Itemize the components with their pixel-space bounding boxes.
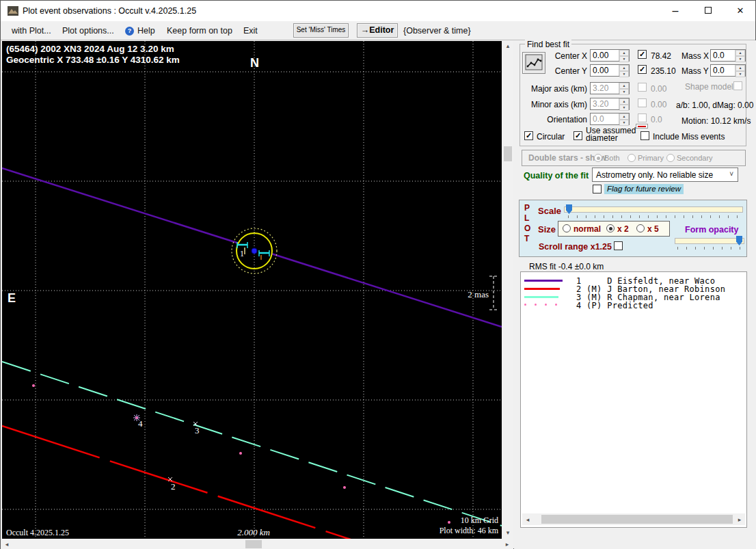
fit-x-checkbox[interactable]: ✓ — [638, 50, 647, 59]
chord1-swatch — [524, 280, 563, 282]
size-x5-label: x 5 — [647, 224, 659, 234]
mass-y-spinner[interactable]: 0.0▲▼ — [710, 64, 746, 77]
opacity-slider[interactable] — [675, 238, 744, 244]
include-miss-label: Include Miss events — [653, 132, 725, 142]
chord2-swatch — [524, 288, 560, 290]
major-unc-value: 0.00 — [651, 84, 666, 94]
scroll-range-label: Scroll range x1.25 — [539, 242, 612, 252]
app-window: Plot event observations : Occult v.4.202… — [0, 0, 756, 549]
center-y-label: Center Y — [527, 66, 587, 76]
scroll-right-icon[interactable]: ▸ — [504, 541, 511, 548]
km-scale-label: 2.000 km — [237, 527, 270, 537]
double-primary-label: Primary — [638, 154, 664, 162]
chord3-swatch — [524, 296, 558, 298]
plot-letter-l: L — [524, 213, 529, 223]
east-label: E — [8, 291, 16, 305]
ab-dmag-label: a/b: 1.00, dMag: 0.00 — [676, 101, 753, 110]
major-axis-label: Major axis (km) — [522, 84, 587, 94]
orient-unc-value: 0.0 — [651, 115, 662, 124]
line-color-swatch — [636, 124, 648, 129]
center-x-label: Center X — [527, 51, 587, 61]
form-opacity-label: Form opacity — [685, 225, 739, 235]
size-x5-radio[interactable] — [636, 224, 645, 232]
plot-version-label: Occult 4.2025.1.25 — [6, 528, 69, 537]
plot-vscrollbar[interactable]: ▴ ▾ — [502, 41, 513, 539]
scroll-up-icon[interactable]: ▴ — [502, 42, 513, 49]
mas-scale-label: 2 mas — [468, 289, 489, 299]
mass-x-spinner[interactable]: 0.0▲▼ — [710, 49, 746, 62]
rate-y-value: 235.10 — [651, 66, 676, 76]
close-button[interactable]: ✕ — [725, 1, 756, 21]
legend-hscrollbar[interactable]: ◂ ▸ — [522, 513, 745, 525]
chord3-label: 3 — [195, 425, 200, 436]
center-x-spinner[interactable]: 0.00▲▼ — [590, 49, 630, 62]
legend-scroll-thumb[interactable] — [541, 515, 733, 524]
editor-button[interactable]: →Editor — [357, 23, 398, 38]
hscroll-thumb[interactable] — [245, 540, 262, 548]
scroll-left-icon[interactable]: ◂ — [524, 516, 532, 523]
observations-list[interactable]: 1 D Eisfeldt, near Waco 2 (M) J Barton, … — [520, 271, 747, 528]
spin-up-icon[interactable]: ▲ — [619, 50, 629, 56]
plot-letter-o: O — [524, 224, 530, 233]
list-item[interactable]: 4 (P) Predicted — [523, 301, 742, 310]
circular-checkbox[interactable]: ✓ — [524, 131, 533, 140]
plot-header-line1: (65464) 2002 XN3 2024 Aug 12 3.20 km — [6, 44, 174, 54]
menu-with-plot[interactable]: with Plot... — [12, 26, 51, 36]
flag-review-checkbox[interactable] — [593, 185, 602, 193]
plot-letter-p: P — [524, 203, 530, 213]
mass-y-label: Mass Y — [681, 66, 709, 76]
minor-axis-spinner: 3.20▲▼ — [590, 98, 630, 110]
scroll-left-icon[interactable]: ◂ — [3, 541, 10, 548]
major-axis-spinner: 3.20▲▼ — [590, 82, 630, 94]
set-miss-times-button[interactable]: Set 'Miss' Times — [293, 23, 349, 38]
size-normal-radio[interactable] — [563, 224, 571, 232]
scroll-right-icon[interactable]: ▸ — [735, 516, 744, 523]
size-label: Size — [538, 224, 556, 235]
rms-fit-label: RMS fit -0.4 ±0.0 km — [529, 262, 604, 271]
quality-label: Quality of the fit — [524, 171, 589, 180]
double-secondary-label: Secondary — [677, 154, 713, 162]
fit-y-checkbox[interactable]: ✓ — [638, 65, 647, 74]
double-both-label: Both — [604, 154, 620, 162]
toolbar: with Plot... Plot options... ? Help Keep… — [1, 21, 755, 40]
double-both-radio — [594, 154, 602, 162]
menu-help[interactable]: Help — [137, 26, 155, 36]
double-secondary-radio — [666, 154, 675, 162]
observer-time-label: {Observer & time} — [403, 26, 471, 36]
scale-slider[interactable] — [564, 206, 743, 213]
scroll-range-checkbox[interactable] — [614, 241, 623, 250]
minimize-button[interactable]: – — [660, 1, 691, 21]
predicted-swatch — [524, 304, 560, 306]
plot-hscrollbar[interactable]: ◂ ▸ — [1, 539, 513, 549]
center-y-spinner[interactable]: 0.00▲▼ — [590, 64, 630, 77]
menu-plot-options[interactable]: Plot options... — [62, 26, 114, 36]
circular-label: Circular — [537, 132, 565, 142]
orientation-spinner: 0.0▲▼ — [590, 113, 630, 125]
include-miss-checkbox[interactable] — [640, 131, 649, 140]
maximize-button[interactable] — [692, 1, 724, 21]
orientation-label: Orientation — [522, 115, 587, 124]
vscroll-thumb[interactable] — [504, 146, 512, 161]
chord4-label: 4 — [138, 418, 143, 429]
menu-exit[interactable]: Exit — [243, 26, 258, 36]
plot-letter-t: T — [524, 234, 529, 243]
occultation-plot[interactable]: (65464) 2002 XN3 2024 Aug 12 3.20 km Geo… — [2, 41, 502, 539]
size-x2-label: x 2 — [617, 224, 629, 234]
shape-model-label: Shape model — [685, 82, 733, 92]
minor-unc-value: 0.00 — [651, 100, 666, 109]
chord1-label: 1 — [240, 249, 244, 258]
rate-x-value: 78.42 — [651, 51, 671, 61]
scroll-down-icon[interactable]: ▾ — [502, 529, 513, 536]
menu-keep-on-top[interactable]: Keep form on top — [167, 26, 232, 36]
shape-model-checkbox — [733, 81, 742, 90]
find-best-fit-title: Find best fit — [525, 40, 571, 49]
center-dot — [252, 248, 257, 254]
size-x2-radio[interactable] — [606, 224, 615, 232]
plot-width-label: Plot width: 46 km — [440, 526, 499, 535]
plot-header-line2: Geocentric X 733.48 ±0.16 Y 4310.62 km — [6, 55, 180, 65]
chevron-down-icon: ˅ — [729, 170, 733, 178]
quality-combobox[interactable]: Astrometry only. No reliable size ˅ — [592, 168, 738, 182]
use-assumed-checkbox[interactable]: ✓ — [573, 131, 582, 140]
spin-down-icon[interactable]: ▼ — [619, 56, 629, 62]
quality-value: Astrometry only. No reliable size — [596, 170, 713, 180]
